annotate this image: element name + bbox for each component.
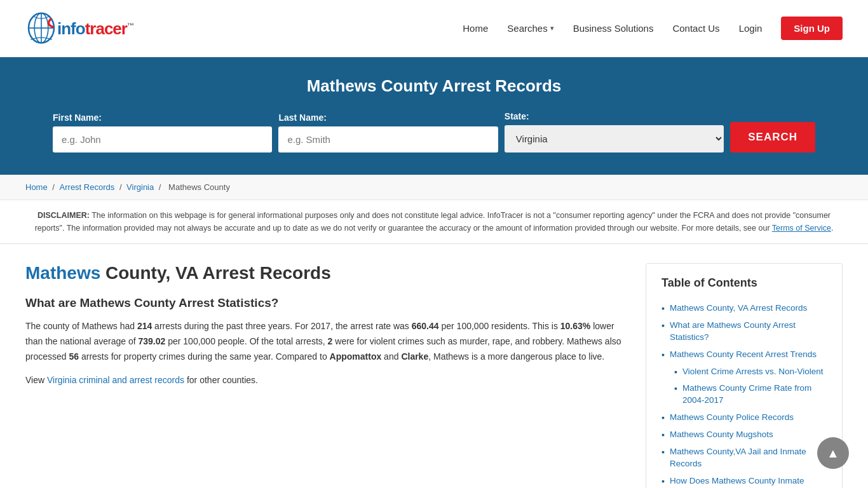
toc-item-link[interactable]: Mathews County Crime Rate from 2004-2017 — [682, 383, 827, 407]
signup-button[interactable]: Sign Up — [781, 17, 843, 40]
searches-chevron-icon: ▾ — [550, 24, 554, 32]
scroll-to-top-button[interactable]: ▲ — [817, 437, 849, 469]
toc-item-link[interactable]: Mathews County Mugshots — [670, 429, 773, 441]
header: infotracer™ Home Searches ▾ Business Sol… — [0, 0, 868, 57]
main-nav: Home Searches ▾ Business Solutions Conta… — [463, 17, 843, 40]
article-paragraph2: View Virginia criminal and arrest record… — [25, 373, 627, 388]
toc-item-link[interactable]: Mathews County, VA Arrest Records — [670, 302, 807, 315]
disclaimer-text: The information on this webpage is for g… — [35, 211, 831, 233]
nav-searches[interactable]: Searches — [507, 23, 547, 34]
logo-tracer: tracer — [85, 19, 127, 38]
last-name-group: Last Name: — [278, 112, 498, 152]
terms-of-service-link[interactable]: Terms of Service — [772, 224, 831, 233]
first-name-label: First Name: — [53, 112, 272, 123]
toc-list-item: Mathews County Recent Arrest Trends — [661, 346, 827, 363]
breadcrumb-sep3: / — [159, 182, 163, 192]
breadcrumb-virginia[interactable]: Virginia — [126, 182, 154, 192]
sidebar: Table of Contents Mathews County, VA Arr… — [646, 263, 843, 488]
state-group: State: Virginia Alabama Alaska Arizona C… — [505, 111, 724, 152]
toc-item-link[interactable]: Violent Crime Arrests vs. Non-Violent — [682, 366, 824, 378]
toc-title: Table of Contents — [661, 276, 827, 290]
disclaimer-bar: DISCLAIMER: The information on this webp… — [0, 200, 868, 244]
nav-business-solutions[interactable]: Business Solutions — [573, 23, 654, 34]
nav-home[interactable]: Home — [463, 23, 488, 34]
toc-list-item: Mathews County Crime Rate from 2004-2017 — [661, 380, 827, 409]
article-title-highlight: Mathews — [25, 263, 100, 283]
table-of-contents: Table of Contents Mathews County, VA Arr… — [646, 263, 843, 488]
hero-section: Mathews County Arrest Records First Name… — [0, 57, 868, 175]
toc-item-link[interactable]: Mathews County Recent Arrest Trends — [670, 349, 817, 361]
toc-item-link[interactable]: Mathews County,VA Jail and Inmate Record… — [670, 446, 827, 470]
nav-contact-us[interactable]: Contact Us — [672, 23, 719, 34]
article-subtitle: What are Mathews County Arrest Statistic… — [25, 296, 627, 310]
search-form: First Name: Last Name: State: Virginia A… — [53, 111, 815, 152]
logo: infotracer™ — [25, 11, 133, 46]
first-name-group: First Name: — [53, 112, 272, 152]
breadcrumb-sep2: / — [119, 182, 124, 192]
virginia-records-link[interactable]: Virginia criminal and arrest records — [47, 375, 184, 385]
main-content: Mathews County, VA Arrest Records What a… — [0, 244, 868, 488]
toc-item-link[interactable]: What are Mathews County Arrest Statistic… — [670, 320, 827, 344]
toc-item-link[interactable]: How Does Mathews County Inmate Search Wo… — [670, 475, 827, 488]
last-name-input[interactable] — [278, 126, 498, 152]
toc-list-item: Mathews County Mugshots — [661, 426, 827, 444]
article-title: Mathews County, VA Arrest Records — [25, 263, 627, 283]
disclaimer-label: DISCLAIMER: — [37, 211, 90, 220]
scroll-top-icon: ▲ — [827, 446, 839, 461]
search-button[interactable]: SEARCH — [730, 122, 815, 152]
first-name-input[interactable] — [53, 126, 272, 152]
toc-list-item: Violent Crime Arrests vs. Non-Violent — [661, 363, 827, 381]
hero-title: Mathews County Arrest Records — [25, 76, 843, 96]
toc-list-item: How Does Mathews County Inmate Search Wo… — [661, 473, 827, 488]
toc-list-item: Mathews County, VA Arrest Records — [661, 300, 827, 317]
breadcrumb: Home / Arrest Records / Virginia / Mathe… — [0, 175, 868, 200]
toc-list-item: Mathews County Police Records — [661, 409, 827, 426]
toc-item-link[interactable]: Mathews County Police Records — [670, 412, 794, 424]
article-title-rest: County, VA Arrest Records — [100, 263, 331, 283]
toc-list: Mathews County, VA Arrest RecordsWhat ar… — [661, 300, 827, 488]
login-button[interactable]: Login — [739, 23, 763, 34]
breadcrumb-sep1: / — [52, 182, 57, 192]
state-select[interactable]: Virginia Alabama Alaska Arizona Californ… — [505, 125, 724, 152]
breadcrumb-county: Mathews County — [168, 182, 230, 192]
article: Mathews County, VA Arrest Records What a… — [25, 263, 627, 488]
article-paragraph1: The county of Mathews had 214 arrests du… — [25, 319, 627, 364]
logo-info: info — [57, 19, 85, 38]
toc-list-item: What are Mathews County Arrest Statistic… — [661, 317, 827, 346]
logo-icon — [25, 11, 57, 46]
last-name-label: Last Name: — [278, 112, 498, 123]
breadcrumb-home[interactable]: Home — [25, 182, 48, 192]
toc-list-item: Mathews County,VA Jail and Inmate Record… — [661, 444, 827, 473]
state-label: State: — [505, 111, 724, 121]
breadcrumb-arrest-records[interactable]: Arrest Records — [60, 182, 115, 192]
